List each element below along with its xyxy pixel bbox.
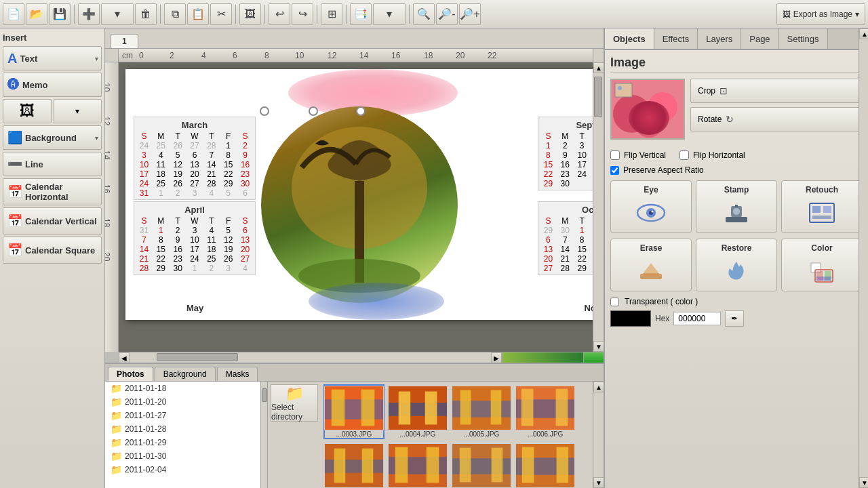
right-scroll-down[interactable]: ▼ xyxy=(859,477,868,488)
thumbnail-0010[interactable]: ...0010.JPG xyxy=(515,442,576,488)
right-scrollbar[interactable]: ▲ ▼ xyxy=(859,28,868,488)
page-tab-r[interactable]: Page xyxy=(741,28,778,49)
handle-top-right[interactable] xyxy=(356,106,366,116)
copy-button[interactable]: ⧉ xyxy=(164,3,186,25)
toolbar: 📄 📂 💾 ➕ ▾ 🗑 ⧉ 📋 ✂ 🖼 ↩ ↪ ⊞ 📑 ▾ 🔍 🔎- 🔎+ 🖼 … xyxy=(0,0,868,28)
effects-tab[interactable]: Effects xyxy=(654,28,698,49)
thumbnail-0006[interactable]: ...0006.JPG xyxy=(515,384,576,439)
redo-button[interactable]: ↪ xyxy=(292,3,313,25)
eye-tool[interactable]: Eye xyxy=(610,180,692,233)
folder-2011-01-30[interactable]: 📁 2011-01-30 xyxy=(105,449,260,463)
separator3 xyxy=(235,5,236,24)
paste-button[interactable]: 📋 xyxy=(187,3,209,25)
transparent-checkbox[interactable] xyxy=(610,298,619,306)
photo-frame-dropdown[interactable]: ▾ xyxy=(54,99,102,123)
thumb-scroll-down[interactable]: ▼ xyxy=(593,477,604,488)
svg-point-66 xyxy=(733,208,740,215)
may-title: May xyxy=(186,303,203,313)
thumbnail-0003[interactable]: ...0003.JPG xyxy=(323,384,384,439)
new-button[interactable]: 📄 xyxy=(3,3,24,25)
preserve-aspect-checkbox[interactable] xyxy=(610,166,619,175)
flip-vertical-checkbox[interactable] xyxy=(610,150,620,160)
pages-button[interactable]: 📑 xyxy=(350,3,372,25)
march-title: March xyxy=(136,119,254,131)
zoom-fit[interactable]: 🔍 xyxy=(413,3,435,25)
thumbnail-0008[interactable]: ...0008.JPG xyxy=(387,442,448,488)
layers-tab[interactable]: Layers xyxy=(698,28,741,49)
undo-button[interactable]: ↩ xyxy=(269,3,290,25)
select-dir-button[interactable]: 📁 Select directory xyxy=(271,384,318,422)
svg-rect-27 xyxy=(389,403,447,416)
thumb-scroll-up[interactable]: ▲ xyxy=(593,382,604,392)
background-tab[interactable]: Background xyxy=(155,367,216,381)
folder-2011-01-27[interactable]: 📁 2011-01-27 xyxy=(105,409,260,422)
color-label: Color xyxy=(811,243,832,253)
thumbnail-0004[interactable]: ...0004.JPG xyxy=(387,384,448,439)
erase-tool[interactable]: Erase xyxy=(610,239,692,291)
photos-tab[interactable]: Photos xyxy=(108,367,153,381)
scroll-thumb-v[interactable] xyxy=(594,77,602,117)
handle-top-center[interactable] xyxy=(309,106,318,116)
canvas-scroll-area[interactable]: March SMTWTFS 242526272812 3456789 10111… xyxy=(119,62,593,352)
memo-button[interactable]: 🅐 Memo xyxy=(3,73,102,97)
scroll-down-button[interactable]: ▼ xyxy=(593,341,604,352)
restore-tool[interactable]: Restore xyxy=(696,239,777,291)
folder-2011-01-18[interactable]: 📁 2011-01-18 xyxy=(105,382,260,395)
folder-2011-01-29[interactable]: 📁 2011-01-29 xyxy=(105,436,260,449)
add-button[interactable]: ➕ xyxy=(78,3,100,25)
svg-rect-69 xyxy=(812,206,821,213)
delete-button[interactable]: 🗑 xyxy=(135,3,157,25)
export-button[interactable]: 🖼 Export as Image ▾ xyxy=(776,3,865,25)
calendar-s-button[interactable]: 📅 Calendar Square xyxy=(3,237,102,264)
tree-scroll-thumb[interactable] xyxy=(262,388,267,402)
svg-rect-58 xyxy=(615,83,632,97)
color-preview-swatch[interactable] xyxy=(610,310,651,327)
thumbnail-0009[interactable]: ...0009.JPG xyxy=(451,442,512,488)
handle-top-left[interactable] xyxy=(260,106,269,116)
line-button[interactable]: ➖ Line xyxy=(3,152,102,176)
vertical-scrollbar[interactable]: ▲ ▼ xyxy=(593,62,604,352)
image-button[interactable]: 🖼 xyxy=(239,3,261,25)
folder-2011-01-20[interactable]: 📁 2011-01-20 xyxy=(105,395,260,409)
add-dropdown[interactable]: ▾ xyxy=(101,3,134,25)
right-scroll-up[interactable]: ▲ xyxy=(859,28,868,39)
text-button[interactable]: A Text ▾ xyxy=(3,46,102,70)
text-label: Text xyxy=(20,54,37,64)
thumbnail-0007[interactable]: ...0007.JPG xyxy=(323,442,384,488)
transparent-row: Transparent ( color ) xyxy=(610,297,863,306)
zoom-in[interactable]: 🔎+ xyxy=(459,3,481,25)
calendar-h-button[interactable]: 📅 Calendar Horizontal xyxy=(3,178,102,205)
flip-horizontal-checkbox[interactable] xyxy=(679,150,689,160)
retouch-tool[interactable]: Retouch xyxy=(781,180,863,233)
stamp-tool[interactable]: Stamp xyxy=(696,180,777,233)
calendar-v-button[interactable]: 📅 Calendar Vertical xyxy=(3,207,102,235)
open-button[interactable]: 📂 xyxy=(26,3,47,25)
hex-input[interactable] xyxy=(673,312,721,325)
eyedropper-button[interactable]: ✒ xyxy=(725,310,744,327)
save-button[interactable]: 💾 xyxy=(49,3,71,25)
thumbnails-scrollbar[interactable]: ▲ ▼ xyxy=(593,382,604,488)
scroll-left-button[interactable]: ◀ xyxy=(119,352,130,363)
folder-2011-01-28[interactable]: 📁 2011-01-28 xyxy=(105,422,260,436)
scroll-right-button[interactable]: ▶ xyxy=(491,352,502,363)
scroll-up-button[interactable]: ▲ xyxy=(593,62,604,73)
scroll-thumb-h[interactable] xyxy=(157,353,238,361)
crop-button[interactable]: Crop ⊡ xyxy=(690,79,863,103)
settings-tab[interactable]: Settings xyxy=(779,28,828,49)
rotate-button[interactable]: Rotate ↻ xyxy=(690,107,863,131)
color-tool[interactable]: Color xyxy=(781,239,863,291)
photo-frame-button[interactable]: 🖼 xyxy=(3,99,52,123)
pages-dropdown[interactable]: ▾ xyxy=(373,3,406,25)
page-tab-1[interactable]: 1 xyxy=(111,34,138,48)
grid-button[interactable]: ⊞ xyxy=(321,3,342,25)
eye-label: Eye xyxy=(644,185,658,195)
zoom-out[interactable]: 🔎- xyxy=(436,3,458,25)
background-button[interactable]: 🟦 Background ▾ xyxy=(3,125,102,150)
folder-2011-02-04[interactable]: 📁 2011-02-04 xyxy=(105,463,260,476)
thumbnail-0005[interactable]: ...0005.JPG xyxy=(451,384,512,439)
objects-tab[interactable]: Objects xyxy=(605,28,654,49)
svg-rect-52 xyxy=(522,447,534,483)
masks-tab[interactable]: Masks xyxy=(217,367,258,381)
cut-button[interactable]: ✂ xyxy=(210,3,232,25)
tree-scrollbar[interactable] xyxy=(261,382,268,488)
